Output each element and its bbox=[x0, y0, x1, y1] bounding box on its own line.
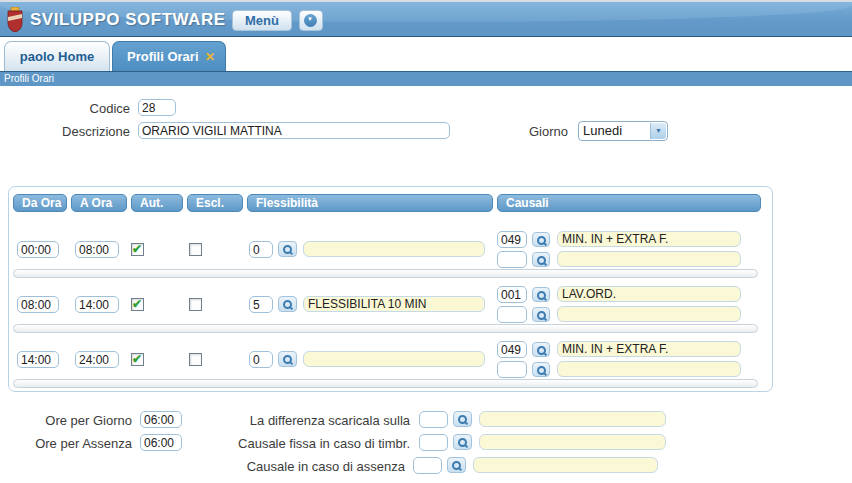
ore-per-giorno-input[interactable] bbox=[140, 411, 182, 428]
causale-code-input[interactable] bbox=[497, 306, 527, 323]
search-icon[interactable] bbox=[532, 362, 550, 377]
flessibilita-desc-field[interactable] bbox=[303, 351, 485, 367]
column-header-a-ora: A Ora bbox=[71, 194, 127, 212]
codice-label: Codice bbox=[0, 101, 130, 116]
search-icon[interactable] bbox=[532, 342, 550, 357]
causale-fissa-desc-field[interactable] bbox=[479, 434, 666, 450]
causale-code-input[interactable] bbox=[497, 341, 527, 358]
profili-orari-grid: Da Ora A Ora Aut. Escl. Flessibilità Cau… bbox=[8, 186, 773, 392]
aut-checkbox[interactable] bbox=[131, 298, 144, 311]
search-icon[interactable] bbox=[447, 457, 466, 473]
search-icon[interactable] bbox=[532, 287, 550, 302]
causale-assenza-desc-field[interactable] bbox=[473, 457, 658, 473]
tab-paolo-home[interactable]: paolo Home bbox=[4, 41, 110, 71]
select-arrow-icon bbox=[650, 123, 666, 139]
ore-per-giorno-label: Ore per Giorno bbox=[0, 413, 132, 428]
a-ora-input[interactable] bbox=[75, 351, 119, 368]
app-title: SVILUPPO SOFTWARE bbox=[30, 10, 226, 30]
column-header-flessibilita: Flessibilità bbox=[247, 194, 493, 212]
close-tab-icon[interactable]: ✕ bbox=[205, 42, 215, 72]
column-header-aut: Aut. bbox=[131, 194, 183, 212]
search-icon[interactable] bbox=[532, 232, 550, 247]
causale-desc-field[interactable] bbox=[557, 341, 741, 357]
horizontal-scrollbar[interactable] bbox=[13, 324, 758, 333]
horizontal-scrollbar[interactable] bbox=[13, 379, 758, 388]
giorno-selected-value: Lunedi bbox=[583, 123, 622, 138]
tab-profili-orari-label: Profili Orari bbox=[127, 49, 199, 64]
app-header: SVILUPPO SOFTWARE Menù bbox=[0, 0, 852, 37]
causale-desc-field[interactable] bbox=[557, 231, 741, 247]
differenza-label: La differenza scaricala sulla bbox=[180, 413, 410, 428]
search-icon[interactable] bbox=[278, 351, 297, 367]
tab-bar: paolo Home Profili Orari ✕ bbox=[0, 40, 852, 71]
breadcrumb: Profili Orari bbox=[0, 71, 852, 86]
ore-per-assenza-input[interactable] bbox=[140, 434, 182, 451]
search-icon[interactable] bbox=[532, 252, 550, 267]
giorno-select[interactable]: Lunedi bbox=[578, 121, 668, 141]
causale-desc-field[interactable] bbox=[557, 286, 741, 302]
chevron-down-icon bbox=[304, 14, 317, 27]
flessibilita-input[interactable] bbox=[249, 296, 273, 313]
da-ora-input[interactable] bbox=[17, 296, 59, 313]
descrizione-label: Descrizione bbox=[0, 124, 130, 139]
search-icon[interactable] bbox=[453, 434, 472, 450]
causale-fissa-code-input[interactable] bbox=[419, 434, 448, 451]
search-icon[interactable] bbox=[278, 296, 297, 312]
causale-code-input[interactable] bbox=[497, 251, 527, 268]
table-row bbox=[9, 286, 772, 341]
menu-dropdown-button[interactable] bbox=[299, 10, 323, 31]
causale-code-input[interactable] bbox=[497, 231, 527, 248]
search-icon[interactable] bbox=[453, 411, 472, 427]
causale-code-input[interactable] bbox=[497, 361, 527, 378]
tab-profili-orari[interactable]: Profili Orari ✕ bbox=[112, 41, 226, 71]
horizontal-scrollbar[interactable] bbox=[13, 269, 758, 278]
descrizione-input[interactable] bbox=[138, 122, 450, 139]
a-ora-input[interactable] bbox=[75, 241, 119, 258]
causale-code-input[interactable] bbox=[497, 286, 527, 303]
aut-checkbox[interactable] bbox=[131, 243, 144, 256]
aut-checkbox[interactable] bbox=[131, 353, 144, 366]
coat-of-arms-icon bbox=[6, 7, 24, 32]
causale-assenza-label: Causale in caso di assenza bbox=[180, 459, 405, 474]
escl-checkbox[interactable] bbox=[189, 298, 202, 311]
causale-fissa-label: Causale fissa in caso di timbr. bbox=[180, 436, 410, 451]
a-ora-input[interactable] bbox=[75, 296, 119, 313]
menu-button[interactable]: Menù bbox=[232, 10, 292, 31]
ore-per-assenza-label: Ore per Assenza bbox=[0, 436, 132, 451]
causale-desc-field[interactable] bbox=[557, 306, 741, 322]
column-header-escl: Escl. bbox=[187, 194, 243, 212]
causale-assenza-code-input[interactable] bbox=[413, 457, 442, 474]
differenza-code-input[interactable] bbox=[419, 411, 448, 428]
search-icon[interactable] bbox=[532, 307, 550, 322]
causale-desc-field[interactable] bbox=[557, 251, 741, 267]
escl-checkbox[interactable] bbox=[189, 243, 202, 256]
search-icon[interactable] bbox=[278, 241, 297, 257]
escl-checkbox[interactable] bbox=[189, 353, 202, 366]
column-header-da-ora: Da Ora bbox=[13, 194, 67, 212]
flessibilita-input[interactable] bbox=[249, 351, 273, 368]
codice-input[interactable] bbox=[138, 99, 176, 116]
flessibilita-input[interactable] bbox=[249, 241, 273, 258]
da-ora-input[interactable] bbox=[17, 241, 59, 258]
table-row bbox=[9, 341, 772, 396]
differenza-desc-field[interactable] bbox=[479, 411, 666, 427]
table-row bbox=[9, 231, 772, 286]
flessibilita-desc-field[interactable] bbox=[303, 241, 485, 257]
da-ora-input[interactable] bbox=[17, 351, 59, 368]
giorno-label: Giorno bbox=[470, 124, 568, 139]
flessibilita-desc-field[interactable] bbox=[303, 296, 485, 312]
causale-desc-field[interactable] bbox=[557, 361, 741, 377]
column-header-causali: Causali bbox=[497, 194, 761, 212]
